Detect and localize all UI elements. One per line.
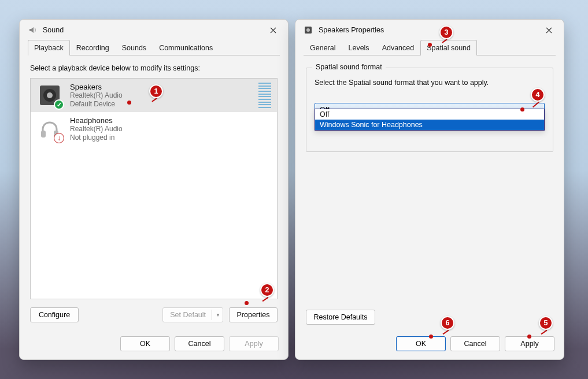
dropdown-item-off[interactable]: Off [315,109,544,120]
annotation-1: 1 [149,84,163,98]
device-status: Not plugged in [70,133,123,142]
spatial-sound-group: Spatial sound format Select the Spatial … [306,68,553,152]
tab-playback[interactable]: Playback [28,40,70,55]
device-status: Default Device [70,100,123,109]
annotation-2-dot [245,301,249,305]
tabstrip: General Levels Advanced Spatial sound [295,39,564,55]
titlebar: Sound [20,20,288,40]
annotation-3: 3 [439,25,453,39]
annotation-3-dot [428,43,432,47]
check-icon: ✓ [54,99,64,110]
cancel-button[interactable]: Cancel [450,336,500,351]
tab-sounds[interactable]: Sounds [116,40,153,55]
tab-spatial-sound[interactable]: Spatial sound [420,40,477,55]
properties-button[interactable]: Properties [229,307,278,322]
configure-button[interactable]: Configure [30,307,79,322]
annotation-6: 6 [441,316,454,330]
ok-button[interactable]: OK [396,336,446,351]
device-list[interactable]: ✓ Speakers Realtek(R) Audio Default Devi… [30,78,278,299]
device-driver: Realtek(R) Audio [70,91,123,100]
device-headphones[interactable]: ↓ Headphones Realtek(R) Audio Not plugge… [31,112,277,146]
tab-general[interactable]: General [304,40,342,55]
cancel-button[interactable]: Cancel [175,336,224,351]
chevron-down-icon: ▼ [216,313,220,318]
group-text: Select the Spatial sound format that you… [315,79,545,87]
set-default-button[interactable]: Set Default ▼ [162,307,223,322]
annotation-1-dot [127,101,131,105]
tab-communications[interactable]: Communications [153,40,219,55]
sound-icon [28,25,37,35]
annotation-5-dot [527,335,531,339]
svg-point-2 [47,92,53,98]
apply-button[interactable]: Apply [229,336,279,351]
sound-window: Sound Playback Recording Sounds Communic… [19,19,289,360]
svg-rect-3 [41,131,46,138]
speaker-icon: ✓ [36,82,63,109]
close-button[interactable] [537,22,560,38]
device-name: Headphones [70,116,123,125]
annotation-5: 5 [539,316,553,330]
level-meter-icon [258,83,271,108]
spatial-format-dropdown[interactable]: Off Windows Sonic for Headphones [315,109,545,131]
annotation-4-dot [520,107,524,112]
properties-window: Speakers Properties General Levels Advan… [295,19,564,360]
titlebar: Speakers Properties [295,20,564,40]
instruction-text: Select a playback device below to modify… [30,64,278,72]
dropdown-item-windows-sonic[interactable]: Windows Sonic for Headphones [315,120,544,130]
set-default-label: Set Default [170,311,206,319]
tabstrip: Playback Recording Sounds Communications [20,39,288,55]
tab-advanced[interactable]: Advanced [376,40,421,55]
device-driver: Realtek(R) Audio [70,125,123,133]
unplugged-icon: ↓ [54,133,64,143]
speaker-icon [304,25,313,35]
device-name: Speakers [70,83,123,91]
tab-levels[interactable]: Levels [342,40,375,55]
restore-defaults-button[interactable]: Restore Defaults [306,310,375,325]
window-title: Sound [43,26,261,34]
annotation-2: 2 [260,283,274,297]
ok-button[interactable]: OK [120,336,170,351]
svg-point-6 [306,28,310,32]
group-legend: Spatial sound format [312,63,386,71]
annotation-4: 4 [531,88,545,102]
tab-recording[interactable]: Recording [70,40,116,55]
window-title: Speakers Properties [319,26,537,34]
annotation-6-dot [429,335,433,339]
close-button[interactable] [261,22,284,38]
headphones-icon: ↓ [36,116,63,142]
